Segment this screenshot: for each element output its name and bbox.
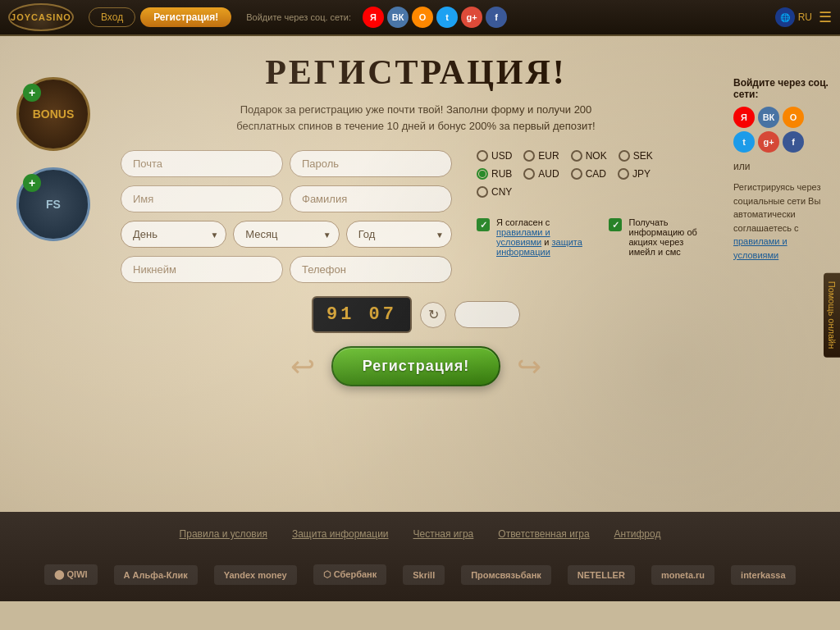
day-select[interactable]: День123456789101112131415161718192021222… <box>121 221 226 248</box>
captcha-refresh-button[interactable]: ↻ <box>420 302 446 328</box>
currency-jpy[interactable]: JPY <box>618 168 651 180</box>
footer-link-terms[interactable]: Правила и условия <box>180 528 267 540</box>
day-select-wrap: День123456789101112131415161718192021222… <box>121 221 226 248</box>
radio-cad <box>571 168 582 180</box>
lang-label: RU <box>798 11 812 23</box>
footer-links: Правила и условия Защита информации Чест… <box>0 528 840 540</box>
checkboxes-area: Я согласен с правилами и условиями и защ… <box>477 212 711 257</box>
social-facebook-header[interactable]: f <box>486 7 507 28</box>
social-facebook-right[interactable]: f <box>783 131 804 153</box>
payment-neteller: NETELLER <box>568 565 635 585</box>
page-title: РЕГИСТРАЦИЯ! <box>265 52 567 92</box>
lang-flag: 🌐 <box>775 7 795 27</box>
bonus-badge[interactable]: + BONUS <box>16 77 90 151</box>
phone-input[interactable] <box>290 256 452 283</box>
payment-psb: Промсвязьбанк <box>461 565 551 585</box>
nickname-phone-row <box>121 256 452 283</box>
radio-jpy <box>618 168 629 180</box>
dob-row: День123456789101112131415161718192021222… <box>121 221 452 248</box>
name-row <box>121 185 452 212</box>
year-select[interactable]: Год2024202320222021202020192018201720162… <box>346 221 452 248</box>
social-twitter-right[interactable]: t <box>733 131 755 153</box>
captcha-row: 91 07 ↻ <box>312 296 520 333</box>
footer-link-privacy[interactable]: Защита информации <box>292 528 389 540</box>
promo-checkbox[interactable] <box>609 218 622 231</box>
promo-label: Получать информацию об акциях через имей… <box>628 217 711 257</box>
radio-nok <box>571 150 582 162</box>
month-select-wrap: МесяцЯнварьФевральМартАпрельМайИюньИюльА… <box>233 221 339 248</box>
social-ok-right[interactable]: О <box>783 107 804 128</box>
currency-eur[interactable]: EUR <box>523 150 559 162</box>
payment-sberbank: ⬡ Сбербанк <box>313 564 387 585</box>
social-vk-header[interactable]: ВК <box>387 7 409 28</box>
footer-link-antifraud[interactable]: Антифрод <box>614 528 661 540</box>
social-vk-right[interactable]: ВК <box>758 107 779 128</box>
payment-yandex: Yandex money <box>214 565 297 585</box>
arrow-right-decoration: ↪ <box>517 349 541 384</box>
currency-cad[interactable]: CAD <box>571 168 606 180</box>
social-twitter-header[interactable]: t <box>436 7 458 28</box>
radio-eur <box>523 150 535 162</box>
captcha-display: 91 07 <box>312 296 412 333</box>
social-gplus-right[interactable]: g+ <box>758 131 779 153</box>
menu-button[interactable]: ☰ <box>819 8 832 26</box>
bonus-label: BONUS <box>33 107 75 121</box>
social-yandex-right[interactable]: Я <box>733 107 755 128</box>
help-sidebar[interactable]: Помощь онлайн <box>824 273 840 358</box>
form-right-column: USD EUR NOK SEK <box>477 150 711 283</box>
currency-usd[interactable]: USD <box>477 150 512 162</box>
footer-link-fair[interactable]: Честная игра <box>413 528 474 540</box>
social-gplus-header[interactable]: g+ <box>461 7 482 28</box>
social-header-label: Войдите через соц. сети: <box>246 12 351 22</box>
social-ok-header[interactable]: О <box>412 7 433 28</box>
currency-aud[interactable]: AUD <box>523 168 559 180</box>
or-divider: или <box>733 161 750 172</box>
terms-label: Я согласен с <box>496 217 550 227</box>
language-selector[interactable]: 🌐 RU <box>775 7 812 27</box>
footer-payments: ⬤ QIWI А Альфа-Клик Yandex money ⬡ Сберб… <box>0 556 840 593</box>
terms-checkbox-row: Я согласен с правилами и условиями и защ… <box>477 217 592 257</box>
bonus-plus-icon: + <box>23 84 41 102</box>
right-social-link[interactable]: правилами и условиями <box>733 236 788 260</box>
payment-skrill: Skrill <box>403 565 445 585</box>
footer-link-responsible[interactable]: Ответственная игра <box>498 528 589 540</box>
password-input[interactable] <box>290 150 452 177</box>
page-subtitle: Подарок за регистрацию уже почти твой! З… <box>219 102 613 134</box>
main-content: + BONUS + FS РЕГИСТРАЦИЯ! Подарок за рег… <box>0 36 840 512</box>
form-left-column: День123456789101112131415161718192021222… <box>121 150 452 283</box>
radio-cny <box>477 186 488 198</box>
lastname-input[interactable] <box>290 185 452 212</box>
terms-and: и <box>541 237 551 247</box>
currency-nok[interactable]: NOK <box>571 150 607 162</box>
captcha-input[interactable] <box>454 301 520 328</box>
month-select[interactable]: МесяцЯнварьФевральМартАпрельМайИюньИюльА… <box>233 221 339 248</box>
fs-label: FS <box>46 198 61 211</box>
header-right: 🌐 RU ☰ <box>775 7 832 27</box>
radio-aud <box>523 168 535 180</box>
radio-sek <box>619 150 630 162</box>
terms-checkbox[interactable] <box>477 218 490 231</box>
payment-alfa: А Альфа-Клик <box>114 565 198 585</box>
payment-interkassa: interkassa <box>731 565 795 585</box>
logo[interactable]: JOYCASINO <box>8 3 74 31</box>
register-btn-area: ↩ Регистрация! ↪ <box>290 346 542 386</box>
year-select-wrap: Год2024202320222021202020192018201720162… <box>346 221 452 248</box>
payment-qiwi: ⬤ QIWI <box>44 564 97 585</box>
right-social-title: Войдите через соц. сети: <box>733 77 832 100</box>
footer: Правила и условия Защита информации Чест… <box>0 512 840 601</box>
logo-area: JOYCASINO <box>8 3 74 31</box>
header-register-button[interactable]: Регистрация! <box>140 7 231 27</box>
fs-badge[interactable]: + FS <box>16 167 90 241</box>
firstname-input[interactable] <box>121 185 283 212</box>
social-yandex-header[interactable]: Я <box>363 7 384 28</box>
right-social-icons: Я ВК О t g+ f <box>733 107 815 153</box>
nickname-input[interactable] <box>121 256 283 283</box>
form-area: РЕГИСТРАЦИЯ! Подарок за регистрацию уже … <box>98 52 733 495</box>
currency-sek[interactable]: SEK <box>619 150 653 162</box>
currency-rub[interactable]: RUB <box>477 168 512 180</box>
email-password-row <box>121 150 452 177</box>
email-input[interactable] <box>121 150 283 177</box>
currency-cny[interactable]: CNY <box>477 186 512 198</box>
register-button[interactable]: Регистрация! <box>331 346 501 386</box>
login-button[interactable]: Вход <box>89 7 135 27</box>
